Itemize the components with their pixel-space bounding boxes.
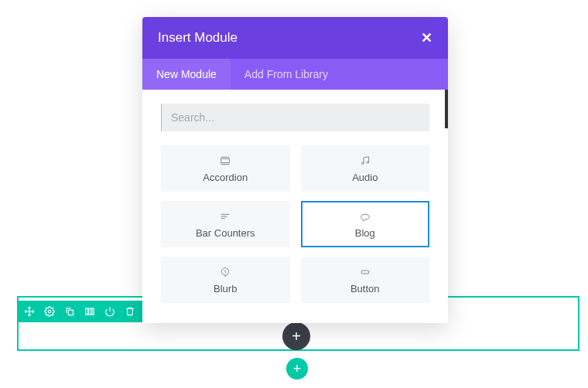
plus-icon: +	[293, 361, 302, 377]
trash-icon[interactable]	[122, 304, 138, 319]
power-icon[interactable]	[102, 304, 118, 319]
bars-icon	[219, 210, 231, 223]
svg-rect-4	[92, 308, 94, 315]
svg-rect-1	[68, 310, 73, 315]
module-button[interactable]: Button	[301, 257, 430, 303]
module-accordion[interactable]: Accordion	[161, 145, 290, 192]
module-blurb[interactable]: Blurb	[161, 257, 290, 303]
module-label: Blog	[355, 227, 375, 239]
svg-point-7	[367, 161, 369, 163]
plus-icon: +	[292, 328, 301, 345]
blurb-icon	[219, 266, 231, 278]
svg-rect-9	[361, 271, 368, 274]
gear-icon[interactable]	[42, 304, 57, 319]
tab-new-module[interactable]: New Module	[142, 59, 231, 90]
module-label: Accordion	[203, 172, 248, 183]
columns-icon[interactable]	[82, 304, 97, 319]
modal-tabs: New Module Add From Library	[142, 59, 448, 90]
tab-add-from-library[interactable]: Add From Library	[231, 59, 342, 90]
add-row-button[interactable]: +	[286, 358, 308, 379]
svg-rect-5	[221, 158, 230, 162]
module-label: Blurb	[214, 283, 237, 294]
modal-header: Insert Module ✕	[142, 17, 448, 59]
accordion-icon	[219, 155, 231, 167]
svg-rect-2	[86, 308, 88, 315]
duplicate-icon[interactable]	[62, 304, 77, 319]
module-label: Audio	[352, 172, 378, 183]
move-icon[interactable]	[22, 304, 37, 319]
module-bar-counters[interactable]: Bar Counters	[161, 201, 290, 247]
close-icon[interactable]: ✕	[421, 29, 432, 46]
modal-body: Accordion Audio Bar Counters Blog Blurb	[142, 90, 448, 323]
insert-module-modal: Insert Module ✕ New Module Add From Libr…	[142, 17, 448, 323]
chat-icon	[359, 210, 371, 223]
svg-point-6	[361, 162, 364, 165]
module-label: Button	[350, 283, 380, 294]
svg-rect-3	[89, 308, 91, 315]
modal-title: Insert Module	[158, 30, 238, 46]
module-grid: Accordion Audio Bar Counters Blog Blurb	[161, 145, 429, 303]
button-icon	[359, 266, 371, 278]
audio-icon	[359, 155, 371, 167]
search-input[interactable]	[161, 104, 429, 131]
module-audio[interactable]: Audio	[301, 145, 430, 192]
scrollbar[interactable]	[445, 90, 448, 128]
module-label: Bar Counters	[196, 227, 255, 239]
module-blog[interactable]: Blog	[301, 201, 430, 247]
add-module-button-dark[interactable]: +	[282, 322, 310, 350]
svg-point-0	[48, 310, 51, 313]
row-toolbar	[17, 301, 142, 322]
